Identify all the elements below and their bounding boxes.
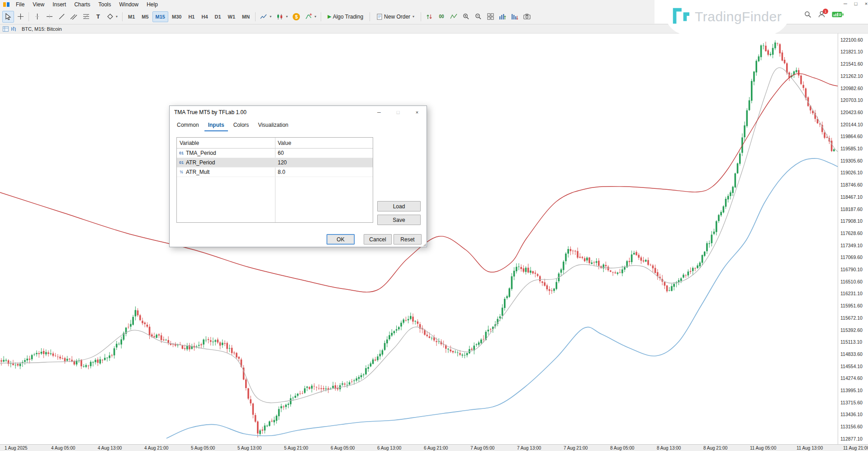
menu-help[interactable]: Help (142, 0, 162, 9)
tile-windows-icon[interactable] (484, 11, 496, 23)
menu-view[interactable]: View (28, 0, 48, 9)
price-label: 121541.60 (840, 61, 863, 67)
toolbar-separator (421, 12, 421, 21)
dialog-minimize-icon[interactable]: ─ (370, 106, 389, 119)
crosshair-tool-icon[interactable] (14, 11, 26, 23)
strategy-tester-icon[interactable] (521, 11, 533, 23)
price-label: 117628.60 (840, 230, 863, 236)
market-watch-icon[interactable] (3, 26, 9, 32)
ok-button[interactable]: OK (327, 234, 355, 245)
price-label: 119026.10 (840, 170, 863, 175)
chart-list-icon[interactable] (11, 26, 17, 32)
price-label: 120982.60 (840, 86, 863, 91)
chart-template-icon[interactable]: ▾ (274, 11, 290, 23)
menu-insert[interactable]: Insert (48, 0, 70, 9)
indicators-icon[interactable]: ▾ (303, 11, 318, 23)
dialog-titlebar[interactable]: TMA True MT5 by TFLab 1.00 ─ □ × (170, 106, 427, 119)
timeframe-m5-button[interactable]: M5 (138, 11, 152, 22)
price-label: 113156.60 (840, 424, 863, 429)
bar-spacing-icon[interactable]: 00 (436, 11, 447, 23)
chart-tab[interactable]: BTC, M15: Bitcoin (19, 26, 65, 32)
account-icon[interactable]: 1 (818, 10, 825, 18)
cursor-tool-icon[interactable] (2, 11, 14, 23)
price-label: 114554.10 (840, 364, 863, 369)
dropdown-caret-icon: ▾ (270, 14, 271, 19)
timeframe-m15-button[interactable]: M15 (152, 11, 168, 22)
table-header: Variable Value (177, 138, 373, 149)
zoom-in-icon[interactable] (460, 11, 472, 23)
param-row-atr_mult[interactable]: ½ATR_Mult8.0 (177, 168, 373, 177)
price-label: 116510.60 (840, 279, 863, 284)
algo-trading-button[interactable]: ▶Algo Trading (323, 11, 367, 23)
search-icon[interactable] (804, 11, 811, 18)
reset-button[interactable]: Reset (394, 234, 422, 245)
load-button[interactable]: Load (377, 201, 421, 211)
connection-status-icon[interactable] (832, 11, 844, 18)
price-label: 120144.10 (840, 122, 863, 127)
new-order-button[interactable]: New Order▾ (372, 11, 418, 23)
time-label: 7 Aug 13:00 (517, 446, 541, 451)
price-label: 116231.10 (840, 291, 863, 296)
chart-line-type-icon[interactable]: ▾ (258, 11, 274, 23)
equidistant-channel-tool-icon[interactable] (68, 11, 80, 23)
shapes-tool-icon[interactable]: ▾ (104, 11, 120, 23)
window-minimize-icon[interactable]: ─ (842, 1, 849, 6)
param-value[interactable]: 60 (275, 150, 284, 156)
type-icon: 01 (177, 151, 186, 155)
time-label: 6 Aug 13:00 (377, 446, 401, 451)
dialog-close-icon[interactable]: × (408, 106, 427, 119)
price-axis[interactable]: 122380.10122100.60121821.10121541.601212… (838, 24, 868, 444)
toolbar-separator (28, 12, 29, 21)
param-value[interactable]: 120 (275, 159, 287, 166)
dialog-tab-visualization[interactable]: Visualization (254, 120, 292, 131)
zigzag-icon[interactable] (448, 11, 460, 23)
fibonacci-tool-icon[interactable] (80, 11, 92, 23)
price-label: 118746.60 (840, 182, 863, 187)
save-button[interactable]: Save (377, 215, 421, 225)
chart-shift-icon[interactable] (423, 11, 435, 23)
price-label: 117908.10 (840, 218, 863, 224)
horizontal-line-tool-icon[interactable] (43, 11, 55, 23)
timeframe-w1-button[interactable]: W1 (225, 11, 239, 22)
window-close-icon[interactable]: × (863, 1, 868, 6)
app-logo-icon (3, 1, 10, 8)
text-tool-icon[interactable]: T (92, 11, 104, 23)
dialog-tab-common[interactable]: Common (173, 120, 203, 131)
param-row-atr_period[interactable]: 01ATR_Period120 (177, 158, 373, 168)
dialog-maximize-icon: □ (389, 106, 408, 119)
menu-file[interactable]: File (12, 0, 28, 9)
timeframe-m30-button[interactable]: M30 (169, 11, 185, 22)
time-label: 5 Aug 21:00 (284, 446, 308, 451)
price-label: 112877.10 (840, 436, 863, 441)
timeframe-h4-button[interactable]: H4 (198, 11, 211, 22)
zoom-out-icon[interactable] (472, 11, 484, 23)
timeframe-d1-button[interactable]: D1 (212, 11, 224, 22)
price-label: 115392.60 (840, 327, 863, 333)
window-restore-icon[interactable]: □ (853, 1, 859, 6)
quotes-dollar-icon[interactable]: $ (290, 11, 302, 23)
timeframe-m1-button[interactable]: M1 (125, 11, 138, 22)
param-value[interactable]: 8.0 (275, 169, 285, 175)
type-icon: ½ (177, 170, 186, 174)
vertical-line-tool-icon[interactable] (31, 11, 43, 23)
dialog-tab-inputs[interactable]: Inputs (204, 120, 228, 131)
menu-window[interactable]: Window (115, 0, 143, 9)
menu-charts[interactable]: Charts (70, 0, 94, 9)
timeframe-h1-button[interactable]: H1 (185, 11, 198, 22)
param-row-tma_period[interactable]: 01TMA_Period60 (177, 149, 373, 158)
auto-scroll-icon[interactable] (497, 11, 508, 23)
dialog-tab-colors[interactable]: Colors (230, 120, 253, 131)
chart-shift-end-icon[interactable] (509, 11, 521, 23)
cancel-button[interactable]: Cancel (364, 234, 392, 245)
time-label: 4 Aug 21:00 (144, 446, 168, 451)
timeframe-mn-button[interactable]: MN (239, 11, 253, 22)
trendline-tool-icon[interactable] (56, 11, 67, 23)
time-axis[interactable]: 1 Aug 20254 Aug 05:004 Aug 13:004 Aug 21… (0, 444, 868, 451)
algo-trading-label: Algo Trading (333, 14, 363, 20)
price-label: 122100.60 (840, 37, 863, 43)
price-label: 113436.10 (840, 412, 863, 417)
menu-tools[interactable]: Tools (95, 0, 115, 9)
parameters-table: Variable Value 01TMA_Period6001ATR_Perio… (176, 137, 373, 223)
resize-grip[interactable]: ◢ (423, 242, 426, 247)
tradingfinder-logo-icon (670, 6, 690, 27)
